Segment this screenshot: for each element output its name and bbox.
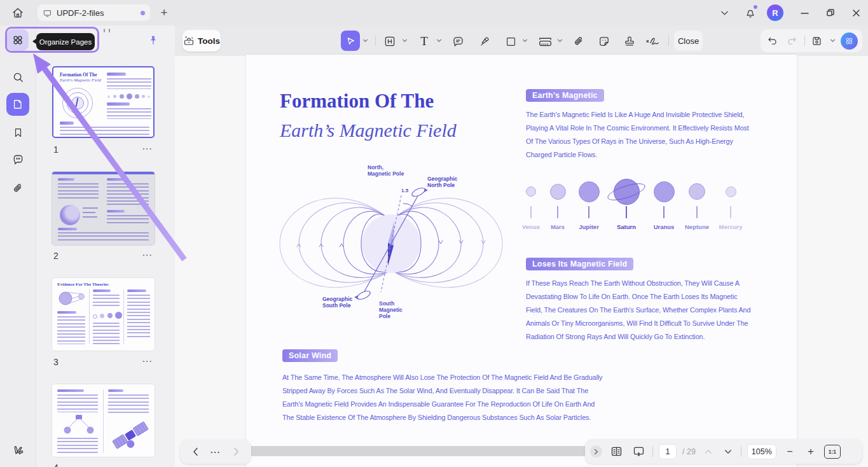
planet-saturn[interactable]: Saturn (607, 172, 645, 235)
next-page-button[interactable] (721, 445, 735, 458)
page-layout-button[interactable] (608, 443, 624, 460)
paragraph-loses-field[interactable]: If These Rays Reach The Earth Without Ob… (526, 277, 750, 344)
next-view-button[interactable] (230, 445, 242, 458)
actual-size-button[interactable]: 1:1 (824, 445, 841, 459)
shape-tool-button[interactable] (502, 33, 519, 50)
close-editor-button[interactable]: Close (674, 31, 703, 51)
paragraph-solar-wind[interactable]: At The Same Time, The Atmosphere Will Al… (282, 371, 602, 424)
comment-tool-button[interactable] (450, 33, 466, 50)
account-avatar[interactable]: R (767, 4, 783, 21)
page-thumbnail-1[interactable]: Formation Of The Earth's Magnetic Field (52, 66, 155, 138)
cursor-icon (345, 36, 356, 46)
select-tool-button[interactable] (341, 31, 360, 51)
presentation-mode-button[interactable] (630, 443, 647, 460)
tab-title: UPDF-2-files (57, 8, 141, 18)
planet-circle (654, 181, 675, 202)
redo-button[interactable] (785, 33, 800, 48)
tools-button[interactable]: Tools (183, 30, 221, 52)
attach-tool-button[interactable] (570, 33, 587, 50)
ruler-icon (537, 35, 553, 48)
collapse-statusbar-button[interactable] (590, 445, 602, 457)
zoom-in-button[interactable]: + (803, 444, 818, 459)
heading-tool-button[interactable] (382, 33, 398, 50)
titlebar-chevron-down[interactable] (717, 6, 731, 19)
stamp-tool-button[interactable] (621, 33, 638, 50)
minimize-button[interactable] (797, 5, 812, 20)
sticker-tool-button[interactable] (596, 33, 612, 50)
sidebar-item-bookmarks[interactable] (7, 122, 29, 143)
sticker-icon (598, 35, 610, 48)
page-number-input[interactable]: 1 (659, 444, 677, 459)
thumb3-diagram (57, 289, 88, 308)
section-badge-earths-magnetic[interactable]: Earth's Magnetic (526, 89, 604, 102)
updf-app-window: UPDF-2-files + R (0, 0, 868, 467)
shape-tool-chevron[interactable] (520, 36, 529, 45)
planet-neptune[interactable]: Neptune (678, 172, 716, 235)
thumb1-more-menu[interactable]: ··· (142, 144, 153, 153)
thumb1-page-number: 1 (53, 144, 59, 155)
save-options-chevron[interactable] (829, 36, 836, 45)
sidebar-item-search[interactable] (7, 66, 29, 88)
planet-circle (550, 184, 566, 200)
label-south-magnetic-pole[interactable]: South Magnetic Pole (379, 300, 403, 319)
label-north-magnetic-pole[interactable]: North, Magnetic Pole (368, 164, 404, 177)
panel-drag-handle[interactable] (104, 28, 114, 33)
section-badge-loses-field[interactable]: Loses Its Magnetic Field (526, 258, 633, 270)
signature-tool-button[interactable] (644, 33, 664, 50)
signature-icon (645, 35, 663, 48)
planet-mercury[interactable]: Mercury (712, 172, 750, 235)
sidebar-item-comments[interactable] (7, 149, 29, 171)
maximize-restore-button[interactable] (823, 5, 838, 20)
measure-tool-chevron[interactable] (555, 36, 564, 45)
home-button[interactable] (9, 4, 27, 22)
pin-panel-button[interactable] (145, 32, 162, 48)
planet-jupiter[interactable]: Jupiter (570, 172, 608, 235)
save-button[interactable] (809, 33, 824, 48)
section-badge-solar-wind[interactable]: Solar Wind (282, 349, 338, 362)
label-geographic-south-pole[interactable]: Geographic South Pole (322, 296, 352, 309)
planet-label: Neptune (678, 223, 716, 230)
ai-assistant-button[interactable] (841, 32, 858, 50)
sidebar-item-reader-mode[interactable] (7, 440, 29, 462)
thumb2-more-menu[interactable]: ··· (142, 250, 153, 260)
sidebar-item-organize-pages[interactable] (7, 29, 29, 51)
page-thumbnail-4[interactable] (52, 384, 155, 457)
sidebar-item-page-thumbnails[interactable] (6, 93, 29, 116)
prev-view-button[interactable] (189, 445, 202, 458)
sidebar-item-attachments[interactable] (7, 178, 29, 199)
text-tool-chevron[interactable] (434, 36, 443, 45)
horizontal-scrollbar[interactable] (205, 446, 594, 456)
paragraph-earths-magnetic[interactable]: The Earth's Magnetic Field Is Like A Hug… (526, 108, 749, 162)
planets-row[interactable]: VenusMarsJupiterSaturnUranusNeptuneMercu… (518, 172, 742, 235)
nav-more-menu[interactable]: ··· (210, 447, 221, 457)
page-thumbnail-3[interactable]: Evidence For The Theories (52, 278, 155, 351)
measure-tool-button[interactable] (535, 33, 555, 50)
heading-tool-chevron[interactable] (400, 36, 409, 45)
label-geographic-north-pole[interactable]: Geographic North Pole (427, 176, 457, 188)
close-window-button[interactable] (848, 5, 864, 20)
thumb3-page-number: 3 (53, 357, 59, 367)
thumb4-satellite (111, 417, 150, 453)
new-tab-button[interactable]: + (156, 5, 172, 20)
page-thumbnail-2[interactable] (52, 172, 155, 245)
document-tab[interactable]: UPDF-2-files (38, 4, 150, 21)
text-tool-button[interactable]: T (416, 33, 432, 50)
highlighter-tool-button[interactable] (476, 33, 493, 50)
select-tool-chevron[interactable] (361, 36, 369, 45)
unsaved-dot (141, 11, 145, 15)
previous-page-button[interactable] (701, 445, 715, 458)
notifications-button[interactable] (743, 5, 758, 20)
doc-title-line2[interactable]: Earth’s Magnetic Field (280, 120, 457, 141)
label-axis-angle[interactable]: 1.5 (401, 188, 408, 194)
planet-tick (626, 206, 627, 218)
zoom-in-icon: + (808, 445, 814, 458)
zoom-out-button[interactable]: − (782, 444, 797, 459)
sidebar-rail (0, 25, 36, 467)
planet-tick (663, 206, 665, 218)
thumb3-more-menu[interactable]: ··· (142, 356, 153, 366)
planet-uranus[interactable]: Uranus (645, 172, 683, 235)
thumb4-network-diagram (60, 414, 98, 435)
doc-title-line1[interactable]: Formation Of The (280, 90, 434, 113)
zoom-level-input[interactable]: 105% (747, 444, 776, 459)
undo-button[interactable] (765, 33, 780, 48)
